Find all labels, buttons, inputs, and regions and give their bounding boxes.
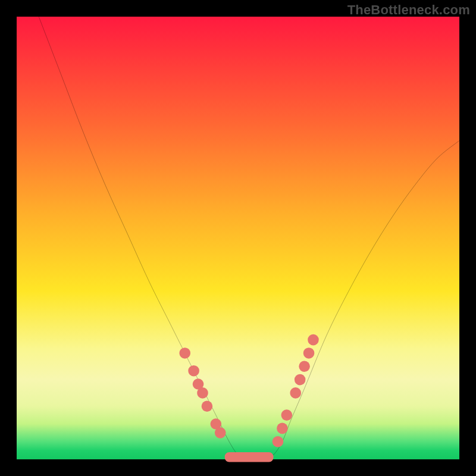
bottleneck-curve <box>39 17 459 460</box>
marker-dot <box>281 409 293 421</box>
marker-dot <box>277 423 288 434</box>
marker-dot <box>197 387 208 399</box>
marker-dot <box>290 387 301 399</box>
marker-dot <box>308 334 319 346</box>
plot-area <box>17 17 459 459</box>
marker-dot <box>188 365 199 377</box>
marker-group <box>179 334 318 447</box>
valley-band <box>225 452 274 462</box>
marker-dot <box>295 374 306 386</box>
outer-frame: TheBottleneck.com <box>0 0 476 476</box>
chart-svg <box>17 17 459 459</box>
marker-dot <box>299 361 310 372</box>
marker-dot <box>215 427 226 439</box>
marker-dot <box>303 347 315 359</box>
marker-dot <box>202 400 213 412</box>
marker-dot <box>273 436 284 447</box>
watermark-text: TheBottleneck.com <box>347 2 470 18</box>
marker-dot <box>179 347 190 359</box>
